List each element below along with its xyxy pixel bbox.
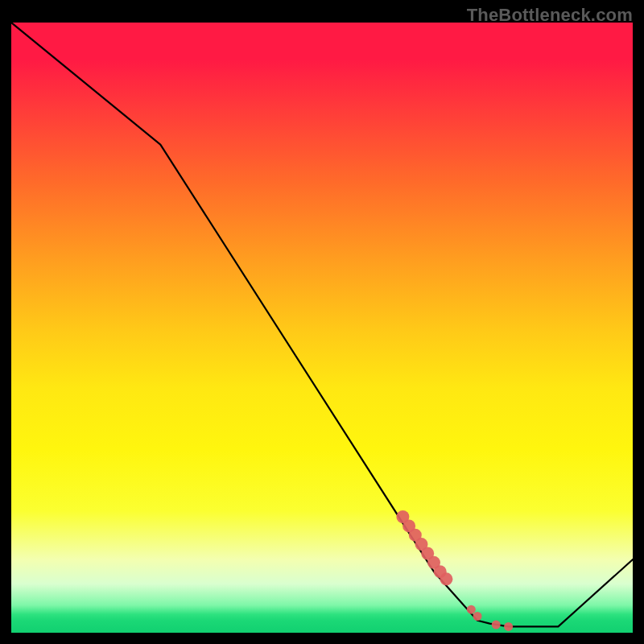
data-point <box>473 612 482 621</box>
data-point <box>504 622 513 631</box>
chart-frame: TheBottleneck.com <box>0 0 644 644</box>
data-point <box>440 572 452 585</box>
data-point <box>467 605 476 614</box>
data-point <box>492 621 501 630</box>
bottleneck-curve <box>11 23 633 626</box>
plot-area <box>11 23 633 633</box>
chart-svg <box>11 23 633 633</box>
marker-layer <box>396 510 513 631</box>
